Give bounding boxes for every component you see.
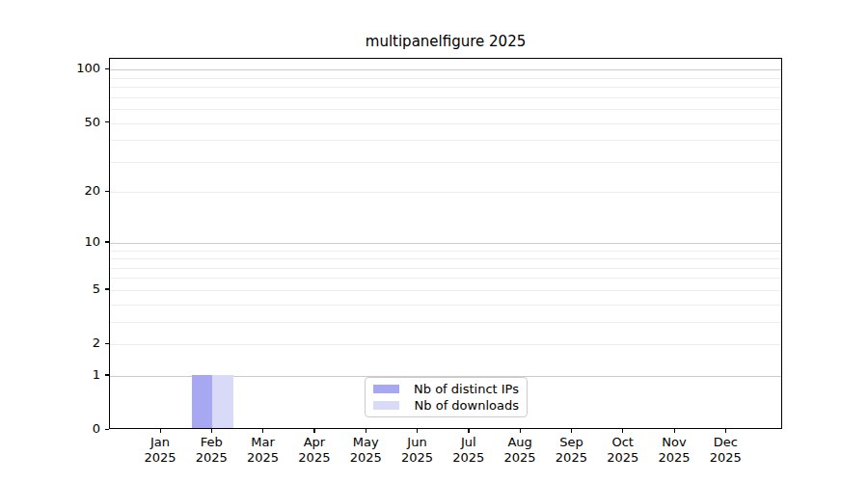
gridline-minor-y-90 <box>110 78 781 79</box>
chart-title: multipanelfigure 2025 <box>109 33 782 52</box>
gridline-minor-y-2 <box>110 344 781 345</box>
plot-area <box>109 58 782 429</box>
gridline-minor-y-9 <box>110 251 781 252</box>
x-tick-mark-jul <box>468 429 469 433</box>
gridline-major-y-100 <box>110 69 781 70</box>
y-tick-label-10: 10 <box>46 233 100 251</box>
legend: Nb of distinct IPsNb of downloads <box>365 377 528 417</box>
gridline-minor-y-8 <box>110 258 781 259</box>
y-tick-label-20: 20 <box>46 182 100 200</box>
legend-label-nb-of-distinct-ips: Nb of distinct IPs <box>409 382 519 396</box>
x-tick-year: 2025 <box>694 450 756 466</box>
y-tick-mark-50 <box>105 121 109 122</box>
legend-entry-nb-of-distinct-ips: Nb of distinct IPs <box>373 381 519 397</box>
x-tick-mark-may <box>366 429 366 433</box>
y-tick-label-1: 1 <box>46 366 100 384</box>
y-tick-label-50: 50 <box>46 114 100 131</box>
gridline-minor-y-50 <box>110 123 781 124</box>
gridline-minor-y-80 <box>110 87 781 88</box>
x-tick-mark-aug <box>520 429 521 433</box>
x-tick-mark-dec <box>725 429 726 433</box>
y-tick-mark-100 <box>105 68 109 69</box>
x-tick-label-dec: Dec2025 <box>694 435 756 466</box>
x-tick-mark-jun <box>417 429 418 433</box>
y-tick-label-0: 0 <box>46 420 100 438</box>
x-tick-mark-apr <box>313 429 314 433</box>
y-tick-mark-10 <box>105 241 109 242</box>
y-tick-label-2: 2 <box>46 335 100 352</box>
x-tick-mark-oct <box>622 429 623 433</box>
y-tick-mark-5 <box>105 288 109 289</box>
gridline-minor-y-7 <box>110 268 781 269</box>
y-tick-mark-20 <box>105 191 109 192</box>
gridline-minor-y-30 <box>110 162 781 163</box>
legend-label-nb-of-downloads: Nb of downloads <box>409 398 519 413</box>
gridline-minor-y-60 <box>110 109 781 110</box>
y-tick-mark-1 <box>105 374 109 375</box>
y-tick-mark-2 <box>105 343 109 344</box>
x-tick-mark-sep <box>571 429 572 433</box>
x-tick-mark-jan <box>160 429 161 433</box>
legend-entry-nb-of-downloads: Nb of downloads <box>373 397 519 414</box>
gridline-major-y-10 <box>110 243 781 244</box>
gridline-minor-y-5 <box>110 290 781 291</box>
gridline-minor-y-6 <box>110 278 781 279</box>
figure: multipanelfigure 2025 0125102050100 Jan2… <box>0 0 868 482</box>
x-tick-month: Dec <box>694 435 756 450</box>
x-tick-mark-mar <box>262 429 263 433</box>
x-tick-mark-feb <box>211 429 212 433</box>
gridline-minor-y-70 <box>110 97 781 98</box>
y-tick-label-5: 5 <box>46 281 100 298</box>
legend-swatch-nb-of-distinct-ips <box>373 385 399 393</box>
y-tick-mark-0 <box>105 429 109 430</box>
gridline-minor-y-4 <box>110 305 781 306</box>
gridline-minor-y-3 <box>110 322 781 323</box>
gridline-minor-y-20 <box>110 192 781 193</box>
x-tick-mark-nov <box>674 429 675 433</box>
bar-nb-of-downloads-feb <box>212 375 232 428</box>
y-tick-label-100: 100 <box>46 60 100 77</box>
legend-swatch-nb-of-downloads <box>373 401 399 410</box>
gridline-minor-y-40 <box>110 140 781 141</box>
bar-nb-of-distinct-ips-feb <box>192 375 212 428</box>
